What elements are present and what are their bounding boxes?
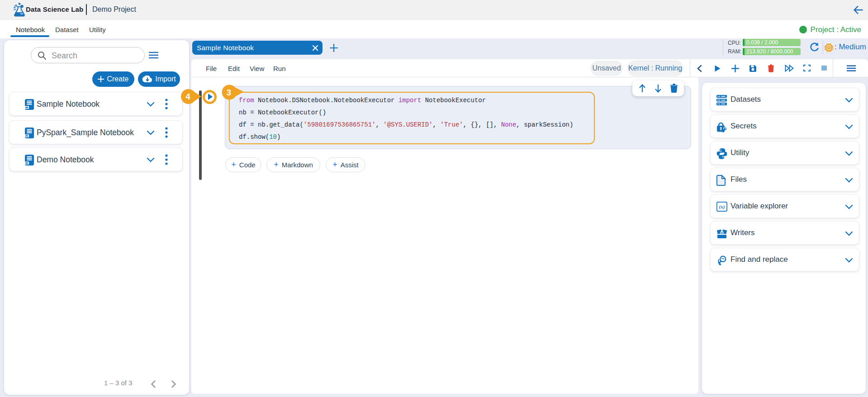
svg-text:3: 3 — [227, 88, 231, 97]
svg-text:4: 4 — [185, 92, 190, 101]
svg-text:(x): (x) — [719, 204, 725, 210]
